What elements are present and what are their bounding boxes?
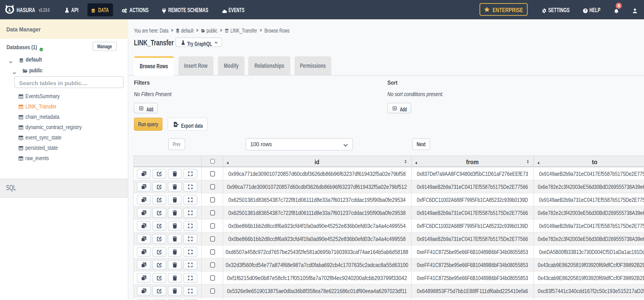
svg-text:?: ? [584,9,586,12]
